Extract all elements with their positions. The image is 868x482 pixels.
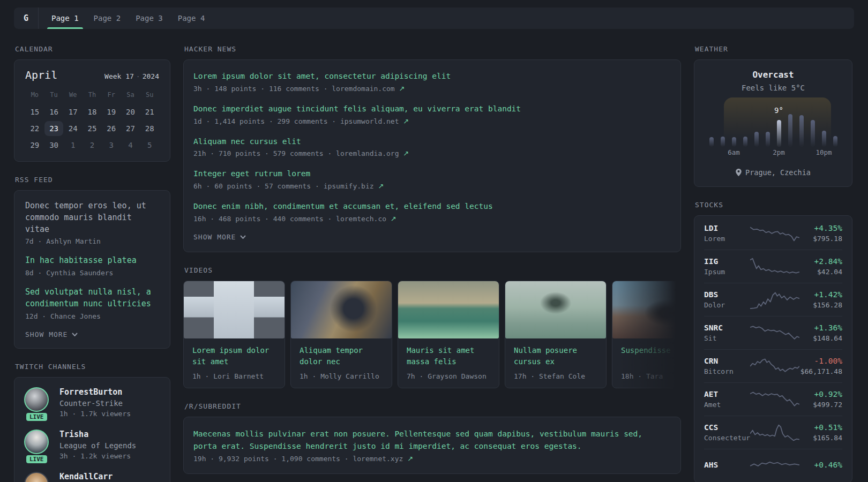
hackernews-item-headline[interactable]: Integer eget rutrum lorem xyxy=(193,168,671,180)
videos-row: Lorem ipsum dolor sit amet consectetu… 1… xyxy=(183,281,681,388)
stock-row[interactable]: AET Amet +0.92% $499.72 xyxy=(704,382,842,416)
rss-item-headline[interactable]: Sed volutpat nulla nisl, a condimentum n… xyxy=(25,287,159,310)
stock-values: +1.42% $156.28 xyxy=(799,290,842,309)
calendar-day: 30 xyxy=(44,138,64,153)
hackernews-card: Lorem ipsum dolor sit amet, consectetur … xyxy=(183,59,681,252)
video-card: Suspendisse diam 18h · Tara xyxy=(612,281,681,388)
video-title[interactable]: Aliquam tempor dolor nec pharetra… xyxy=(300,345,383,368)
rss-item: Donec tempor eros leo, ut commodo mauris… xyxy=(25,200,159,245)
hackernews-item-headline[interactable]: Aliquam nec cursus elit xyxy=(193,136,671,148)
hackernews-item-domain[interactable]: ipsumify.biz xyxy=(324,182,374,190)
hackernews-item-headline[interactable]: Lorem ipsum dolor sit amet, consectetur … xyxy=(193,71,671,82)
rss-item-meta: 7d · Ashlyn Martin xyxy=(25,237,159,245)
stock-values: +2.84% $42.04 xyxy=(799,257,842,276)
video-thumbnail[interactable] xyxy=(291,281,392,338)
right-column: WEATHER Overcast Feels like 5°C 6am9°2pm… xyxy=(694,45,852,482)
hackernews-item-domain[interactable]: loremtech.co xyxy=(336,215,386,223)
video-thumbnail[interactable] xyxy=(398,281,499,338)
nav-tab[interactable]: Page 1 xyxy=(44,7,86,29)
time-axis-label: 10pm xyxy=(815,148,832,156)
subreddit-post-stats: 19h · 9,932 points · 1,090 comments · xyxy=(193,455,353,463)
hackernews-item-stats: 16h · 468 points · 440 comments · xyxy=(193,215,336,223)
video-title[interactable]: Nullam posuere cursus ex xyxy=(514,345,597,368)
video-thumbnail[interactable] xyxy=(612,281,681,338)
temperature-bar-column: 6am xyxy=(728,100,739,147)
calendar-day: 26 xyxy=(102,121,121,136)
widget-title-rss: RSS FEED xyxy=(15,176,170,184)
hackernews-item-headline[interactable]: Donec enim nibh, condimentum et accumsan… xyxy=(193,201,671,213)
calendar-year: 2024 xyxy=(143,72,159,80)
stock-change: +0.92% xyxy=(799,390,842,398)
external-link-icon[interactable]: ↗ xyxy=(403,117,409,125)
videos-widget: VIDEOS Lorem ipsum dolor sit amet consec… xyxy=(183,266,681,388)
rss-item-headline[interactable]: Donec tempor eros leo, ut commodo mauris… xyxy=(25,200,159,235)
stock-symbol: SNRC xyxy=(704,323,750,332)
stock-row[interactable]: CCS Consectetur +0.51% $165.84 xyxy=(704,416,842,449)
video-thumbnail[interactable] xyxy=(505,281,606,338)
avatar xyxy=(24,387,49,412)
stock-id: LDI Lorem xyxy=(704,224,750,243)
temperature-bar xyxy=(833,136,837,147)
rss-item-headline[interactable]: In hac habitasse platea xyxy=(25,255,159,267)
stock-price: $66,171.48 xyxy=(799,367,842,375)
calendar-day: 15 xyxy=(25,104,44,119)
dashboard-columns: CALENDAR April Week 17·2024 MoTuWeThFrSa… xyxy=(14,45,854,482)
nav-tab-label: Page 1 xyxy=(51,14,79,22)
stock-row[interactable]: SNRC Sit +1.36% $148.64 xyxy=(704,316,842,349)
stock-row[interactable]: AHS +0.46% xyxy=(704,449,842,482)
hackernews-item-stats: 1d · 1,414 points · 299 comments · xyxy=(193,117,340,125)
stock-row[interactable]: LDI Lorem +4.35% $795.18 xyxy=(704,216,842,250)
temperature-bar-column xyxy=(784,100,796,147)
hackernews-item-domain[interactable]: loremdomain.com xyxy=(332,85,394,93)
video-thumbnail[interactable] xyxy=(184,281,285,338)
hackernews-item: Integer eget rutrum lorem 6h · 60 points… xyxy=(193,168,671,190)
hackernews-item-domain[interactable]: ipsumworld.net xyxy=(340,117,399,125)
video-title[interactable]: Mauris sit amet massa felis xyxy=(407,345,490,368)
weather-widget: WEATHER Overcast Feels like 5°C 6am9°2pm… xyxy=(694,45,852,187)
weekday-label: Su xyxy=(140,89,159,103)
rss-show-more-button[interactable]: SHOW MORE xyxy=(25,330,159,338)
middle-column: HACKER NEWS Lorem ipsum dolor sit amet, … xyxy=(183,45,681,474)
external-link-icon[interactable]: ↗ xyxy=(391,215,396,223)
rss-item-meta: 8d · Cynthia Saunders xyxy=(25,269,159,277)
stock-values: +0.51% $165.84 xyxy=(799,423,842,442)
hackernews-item-headline[interactable]: Donec imperdiet augue tincidunt felis al… xyxy=(193,103,671,115)
time-axis-label: 2pm xyxy=(773,148,785,156)
weekday-label: We xyxy=(63,89,83,103)
temperature-bar-column xyxy=(706,100,717,147)
external-link-icon[interactable]: ↗ xyxy=(407,455,413,463)
subreddit-post-headline[interactable]: Maecenas mollis pulvinar erat non posuer… xyxy=(193,428,654,453)
twitch-channel-row[interactable]: LIVE ForrestBurton Counter-Strike 1h · 1… xyxy=(24,387,160,418)
stock-row[interactable]: CRN Bitcorn -1.00% $66,171.48 xyxy=(704,349,842,382)
nav-tab[interactable]: Page 3 xyxy=(128,7,170,29)
nav-tab[interactable]: Page 4 xyxy=(170,7,213,29)
video-card-body: Mauris sit amet massa felis 7h · Grayson… xyxy=(398,338,499,388)
external-link-icon[interactable]: ↗ xyxy=(399,85,405,93)
calendar-day: 19 xyxy=(102,104,121,119)
external-link-icon[interactable]: ↗ xyxy=(378,182,384,190)
video-card: Lorem ipsum dolor sit amet consectetu… 1… xyxy=(183,281,285,388)
external-link-icon[interactable]: ↗ xyxy=(403,149,409,157)
widget-title-stocks: STOCKS xyxy=(695,201,852,209)
stock-row[interactable]: DBS Dolor +1.42% $156.28 xyxy=(704,283,842,316)
twitch-channel-name: Trisha xyxy=(59,430,136,439)
video-card-body: Suspendisse diam 18h · Tara xyxy=(612,338,681,388)
widget-title-subreddit: /R/SUBREDDIT xyxy=(184,402,681,410)
stock-row[interactable]: IIG Ipsum +2.84% $42.04 xyxy=(704,250,842,283)
video-title[interactable]: Suspendisse diam xyxy=(621,345,681,368)
calendar-grid: MoTuWeThFrSaSu15161718192021222324252627… xyxy=(25,89,159,153)
twitch-channel-row[interactable]: KendallCarr xyxy=(24,472,160,482)
twitch-channel-meta: 3h · 1.2k viewers xyxy=(59,452,136,460)
hackernews-item-domain[interactable]: loremlandia.org xyxy=(336,149,399,157)
twitch-channel-info: ForrestBurton Counter-Strike 1h · 1.7k v… xyxy=(59,387,131,418)
subreddit-post-domain[interactable]: loremnet.xyz xyxy=(353,455,403,463)
calendar-day: 20 xyxy=(121,104,140,119)
hackernews-show-more-button[interactable]: SHOW MORE xyxy=(193,233,671,241)
nav-tab[interactable]: Page 2 xyxy=(86,7,129,29)
stock-symbol: CCS xyxy=(704,423,750,432)
stock-name: Amet xyxy=(704,401,750,409)
video-meta: 1h · Lori Barnett xyxy=(192,372,276,380)
video-title[interactable]: Lorem ipsum dolor sit amet consectetu… xyxy=(192,345,276,368)
twitch-channel-row[interactable]: LIVE Trisha League of Legends 3h · 1.2k … xyxy=(24,430,160,460)
stock-change: +0.51% xyxy=(799,423,842,432)
